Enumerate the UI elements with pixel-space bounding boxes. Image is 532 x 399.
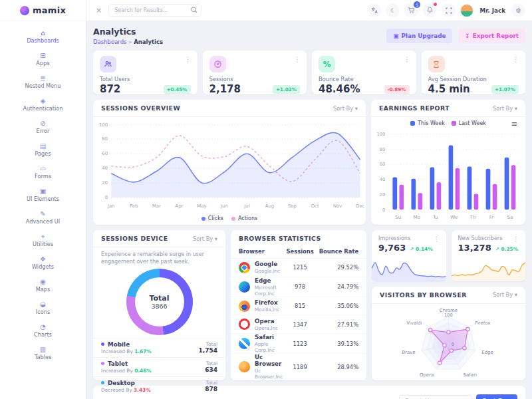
- sidebar-item-icons[interactable]: ◒Icons: [0, 297, 86, 319]
- sidebar-item-nested-menu[interactable]: ≣Nested Menu: [0, 70, 86, 93]
- firefox-browser-icon: [239, 301, 250, 312]
- svg-text:Dec: Dec: [356, 203, 364, 209]
- app-logo[interactable]: mamix: [0, 0, 86, 21]
- cart-badge: 5: [414, 1, 420, 8]
- card-menu-icon[interactable]: ⋮: [294, 56, 301, 63]
- icons-icon: ◒: [40, 301, 46, 308]
- fullscreen-icon[interactable]: [442, 3, 456, 17]
- device-row-mobile: Mobile Increased By 1.67% Total1,754: [93, 338, 225, 357]
- sidebar-item-apps[interactable]: ⊞Apps: [0, 48, 86, 70]
- device-row-tablet: Tablet Increased By 0.46% Total634: [93, 357, 225, 376]
- gauge-icon: [209, 56, 226, 72]
- sort-by-dropdown[interactable]: Sort By ▾: [333, 105, 358, 112]
- sidebar-item-maps[interactable]: ◉Maps: [0, 274, 86, 297]
- stat-delta-badge: +1.07%: [491, 85, 519, 94]
- legend-item-actions[interactable]: Actions: [231, 215, 257, 221]
- campaign-sort-button[interactable]: Sort By ▾: [476, 394, 517, 399]
- browser-row-edge: EdgeMicrosoft Corp,Inc 97824.79%: [231, 277, 366, 297]
- settings-gear-icon[interactable]: ⚙: [511, 3, 525, 17]
- stat-label: Bounce Rate: [319, 76, 410, 82]
- svg-text:100: 100: [376, 132, 385, 137]
- browser-row-firefox: FirefoxMozilla,Inc 81535.06%: [231, 297, 366, 316]
- advanced-ui-icon: ✎: [40, 210, 45, 217]
- mini-value: 13,278: [458, 243, 491, 253]
- user-avatar[interactable]: [460, 4, 473, 17]
- browser-row-safari: SafariApple Corp,Inc 112339.13%: [231, 334, 366, 354]
- stat-value: 4.5 min: [428, 83, 470, 95]
- main-content: Analytics Dashboards » Analytics ▣Plan U…: [86, 21, 532, 399]
- svg-text:Edge: Edge: [481, 349, 493, 354]
- card-menu-icon[interactable]: ⋮: [513, 235, 519, 243]
- card-menu-icon[interactable]: ⋮: [185, 56, 192, 63]
- breadcrumb-separator: »: [128, 39, 132, 45]
- svg-text:0: 0: [452, 342, 454, 347]
- stat-label: Avg Session Duration: [428, 76, 519, 82]
- legend-item-this-week[interactable]: This Week: [410, 120, 445, 126]
- export-report-icon: ↧: [465, 33, 469, 39]
- sidebar-item-widgets[interactable]: ❖Widgets: [0, 251, 86, 274]
- utilities-icon: ⌖: [41, 233, 45, 240]
- legend-item-clicks[interactable]: Clicks: [201, 215, 223, 221]
- legend-item-last-week[interactable]: Last Week: [452, 120, 486, 126]
- stat-card-avg-session: ⋮ Avg Session Duration 4.5 min+1.07%: [422, 51, 526, 94]
- tables-icon: ▥: [40, 346, 46, 353]
- theme-toggle-icon[interactable]: ☾: [386, 3, 400, 17]
- sidebar-item-charts[interactable]: ◔Charts: [0, 319, 86, 342]
- sidebar-item-error[interactable]: ⊘Error: [0, 116, 86, 138]
- sidebar-item-ui-elements[interactable]: ▣UI Elements: [0, 184, 86, 206]
- export-report-button[interactable]: ↧Export Report: [458, 29, 525, 43]
- sidebar-item-advanced-ui[interactable]: ✎Advanced UI: [0, 206, 86, 229]
- donut-total-value: 3866: [151, 303, 167, 310]
- search-icon[interactable]: [191, 7, 198, 13]
- language-icon[interactable]: [367, 3, 381, 17]
- sidebar-item-pages[interactable]: ▤Pages: [0, 138, 86, 161]
- hamburger-menu-icon[interactable]: ≡: [511, 120, 517, 128]
- sort-by-dropdown[interactable]: Sort By ▾: [493, 105, 517, 112]
- svg-text:20: 20: [380, 192, 386, 198]
- breadcrumb-root[interactable]: Dashboards: [93, 39, 127, 45]
- plan-upgrade-button[interactable]: ▣Plan Upgrade: [386, 29, 452, 43]
- svg-text:Sep: Sep: [288, 203, 297, 209]
- sort-by-dropdown[interactable]: Sort By ▾: [493, 291, 517, 298]
- svg-text:Su: Su: [395, 214, 401, 220]
- svg-text:Vivaldi: Vivaldi: [406, 321, 422, 326]
- logo-text: mamix: [33, 5, 66, 15]
- page-header: Analytics Dashboards » Analytics ▣Plan U…: [93, 27, 525, 45]
- sessions-legend: ClicksActions: [93, 213, 366, 225]
- search-input[interactable]: [108, 4, 201, 17]
- sidebar-item-forms[interactable]: ▭Forms: [0, 161, 86, 184]
- svg-text:Th: Th: [469, 214, 475, 220]
- svg-text:Brave: Brave: [402, 349, 415, 354]
- svg-text:Feb: Feb: [130, 203, 138, 209]
- svg-text:Mar: Mar: [152, 203, 161, 209]
- card-menu-icon[interactable]: ⋮: [404, 56, 410, 63]
- sidebar-item-dashboards[interactable]: ⌂Dashboards: [0, 25, 86, 48]
- user-name[interactable]: Mr. Jack: [479, 7, 505, 14]
- sidebar-item-authentication[interactable]: ◈Authentication: [0, 93, 86, 116]
- nested-menu-icon: ≣: [40, 74, 45, 82]
- card-menu-icon[interactable]: ⋮: [513, 56, 519, 63]
- svg-text:Oct: Oct: [311, 203, 319, 209]
- svg-text:Aug: Aug: [265, 203, 274, 209]
- cart-icon[interactable]: 5: [404, 3, 418, 17]
- earnings-report-chart: 020406080100SuMoTuWeThFrSa: [371, 126, 525, 225]
- campaign-search-input[interactable]: [399, 395, 472, 399]
- pages-icon: ▤: [40, 142, 46, 150]
- impressions-card: ⋮ Impressions 9,763 ↗ 0.14%: [372, 230, 446, 281]
- svg-text:20: 20: [102, 180, 108, 186]
- widgets-icon: ❖: [40, 255, 46, 263]
- card-menu-icon[interactable]: ⋮: [434, 235, 440, 243]
- breadcrumb: Dashboards » Analytics: [93, 39, 163, 45]
- auth-lock-icon: ◈: [41, 97, 46, 104]
- sort-by-dropdown[interactable]: Sort By ▾: [193, 235, 217, 242]
- notifications-bell-icon[interactable]: [423, 3, 437, 17]
- svg-text:100: 100: [99, 122, 108, 128]
- sessions-device-card: SESSIONS DEVICE Sort By ▾ Experience a r…: [93, 230, 225, 380]
- sidebar-toggle-icon[interactable]: ×: [96, 6, 102, 15]
- sidebar-item-tables[interactable]: ▥Tables: [0, 342, 86, 364]
- stat-value: 872: [100, 83, 120, 95]
- topbar: × ☾ 5 Mr. Jack ⚙: [86, 0, 532, 21]
- new-subscribers-sparkline: [452, 259, 525, 281]
- breadcrumb-current: Analytics: [134, 39, 163, 45]
- sidebar-item-utilities[interactable]: ⌖Utilities: [0, 229, 86, 251]
